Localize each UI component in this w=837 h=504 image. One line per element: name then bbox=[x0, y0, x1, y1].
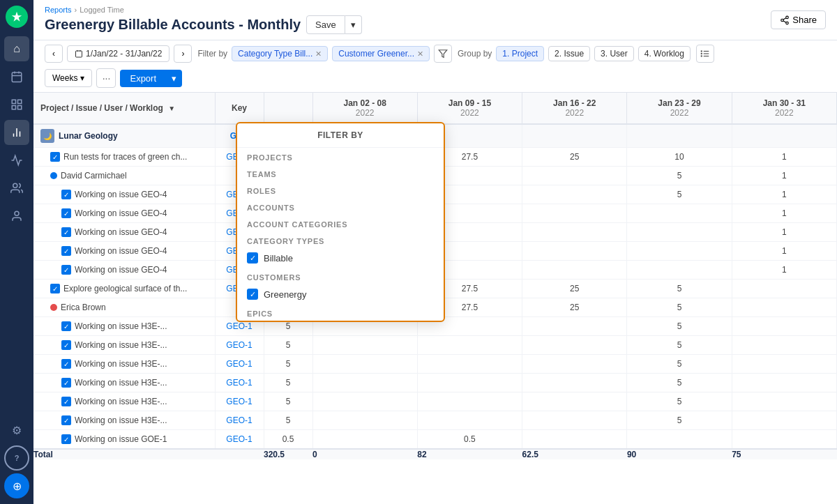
sidebar-item-home[interactable]: ⌂ bbox=[4, 36, 29, 61]
svg-point-13 bbox=[786, 16, 789, 19]
filter-dropdown: FILTER BY PROJECTS TEAMS ROLES ACCOUNTS … bbox=[236, 122, 445, 322]
filter-section-accounts: ACCOUNTS bbox=[237, 198, 444, 215]
group-tag-user[interactable]: 3. User bbox=[594, 46, 634, 61]
sidebar-item-reports[interactable] bbox=[4, 120, 29, 145]
app-logo[interactable] bbox=[6, 6, 28, 28]
svg-point-12 bbox=[15, 211, 19, 215]
total-w4: 90 bbox=[627, 449, 732, 459]
worklog-checkbox[interactable]: ✓ bbox=[61, 359, 71, 369]
group-tag-worklog[interactable]: 4. Worklog bbox=[638, 46, 691, 61]
total-w1: 0 bbox=[312, 449, 417, 459]
save-dropdown-button[interactable]: ▾ bbox=[345, 15, 362, 34]
add-filter-button[interactable] bbox=[434, 45, 452, 63]
worklog-checkbox[interactable]: ✓ bbox=[61, 208, 71, 218]
worklog-checkbox[interactable]: ✓ bbox=[61, 246, 71, 256]
worklog-checkbox[interactable]: ✓ bbox=[61, 265, 71, 275]
breadcrumb-current: Logged Time bbox=[80, 6, 124, 14]
col-header-name-text: Project / Issue / User / Worklog bbox=[40, 103, 163, 113]
export-button[interactable]: Export bbox=[120, 70, 166, 87]
filter-item-greenergy[interactable]: ✓ Greenergy bbox=[237, 284, 444, 304]
project-icon: 🌙 bbox=[40, 129, 54, 143]
worklog-checkbox[interactable]: ✓ bbox=[61, 415, 71, 425]
topbar: Reports › Logged Time Greenergy Billable… bbox=[33, 0, 837, 40]
date-range-text: 1/Jan/22 - 31/Jan/22 bbox=[86, 49, 162, 59]
export-dropdown-button[interactable]: ▾ bbox=[166, 70, 182, 87]
svg-point-26 bbox=[701, 53, 702, 54]
worklog-checkbox[interactable]: ✓ bbox=[61, 227, 71, 237]
filter-section-customers: CUSTOMERS bbox=[237, 268, 444, 284]
worklog-checkbox[interactable]: ✓ bbox=[61, 340, 71, 350]
filter-section-projects: PROJECTS bbox=[237, 148, 444, 165]
filter-checkbox-billable: ✓ bbox=[247, 252, 258, 264]
topbar-right: Share bbox=[771, 10, 826, 29]
filter-item-billable[interactable]: ✓ Billable bbox=[237, 248, 444, 268]
sort-icon[interactable]: ▼ bbox=[168, 105, 175, 112]
col-header-week3: Jan 16 - 222022 bbox=[522, 93, 627, 124]
svg-rect-5 bbox=[18, 100, 22, 103]
weeks-selector[interactable]: Weeks ▾ bbox=[45, 69, 92, 87]
total-w3: 62.5 bbox=[522, 449, 627, 459]
worklog-checkbox[interactable]: ✓ bbox=[61, 434, 71, 444]
filter-tag-customer[interactable]: Customer Greener... ✕ bbox=[332, 46, 430, 61]
svg-rect-0 bbox=[12, 72, 22, 82]
worklog-checkbox[interactable]: ✓ bbox=[61, 321, 71, 331]
task-checkbox[interactable]: ✓ bbox=[50, 284, 60, 293]
table-row: ✓ Working on issue H3E-... GEO-1 5 5 bbox=[33, 411, 837, 430]
date-nav-section: ‹ 1/Jan/22 - 31/Jan/22 › bbox=[45, 45, 192, 63]
group-by-section: Group by 1. Project 2. Issue 3. User 4. … bbox=[458, 46, 691, 61]
filter-label: Filter by bbox=[197, 49, 227, 59]
svg-point-14 bbox=[781, 19, 784, 22]
group-tag-issue[interactable]: 2. Issue bbox=[548, 46, 590, 61]
svg-rect-6 bbox=[12, 106, 15, 109]
page-title-text: Greenergy Billable Accounts - Monthly bbox=[45, 17, 301, 33]
table-row: ✓ Working on issue H3E-... GEO-1 5 5 bbox=[33, 392, 837, 411]
sidebar-item-help[interactable]: ? bbox=[4, 445, 29, 471]
col-header-week5: Jan 30 - 312022 bbox=[732, 93, 836, 124]
breadcrumb-reports-link[interactable]: Reports bbox=[45, 6, 72, 14]
worklog-checkbox[interactable]: ✓ bbox=[61, 378, 71, 388]
worklog-checkbox[interactable]: ✓ bbox=[61, 190, 71, 199]
export-button-group: Export ▾ bbox=[120, 70, 182, 87]
save-button[interactable]: Save bbox=[306, 15, 345, 34]
page-title-area: Greenergy Billable Accounts - Monthly Sa… bbox=[45, 15, 362, 34]
svg-marker-21 bbox=[439, 50, 447, 58]
filter-tag-category-text: Category Type Bill... bbox=[238, 49, 312, 59]
weeks-dropdown-icon: ▾ bbox=[80, 73, 84, 83]
sidebar-item-board[interactable] bbox=[4, 92, 29, 117]
sidebar-item-profile[interactable] bbox=[4, 204, 29, 229]
sidebar-item-settings[interactable]: ⚙ bbox=[4, 418, 29, 443]
total-grand: 320.5 bbox=[264, 449, 312, 459]
sidebar-item-search[interactable]: ⊕ bbox=[4, 473, 29, 498]
next-date-button[interactable]: › bbox=[174, 45, 192, 63]
share-button[interactable]: Share bbox=[771, 10, 826, 29]
filter-tag-category[interactable]: Category Type Bill... ✕ bbox=[232, 46, 328, 61]
sidebar-item-calendar[interactable] bbox=[4, 64, 29, 89]
user-avatar bbox=[50, 304, 57, 311]
row-user-w4: 5 bbox=[627, 167, 732, 185]
table-wrapper: FILTER BY PROJECTS TEAMS ROLES ACCOUNTS … bbox=[33, 93, 837, 504]
main-content: Reports › Logged Time Greenergy Billable… bbox=[33, 0, 837, 504]
filter-tag-customer-remove[interactable]: ✕ bbox=[417, 49, 423, 59]
filter-checkbox-greenergy: ✓ bbox=[247, 289, 258, 300]
svg-rect-18 bbox=[76, 51, 82, 57]
topbar-left: Reports › Logged Time Greenergy Billable… bbox=[45, 6, 362, 34]
date-range-picker[interactable]: 1/Jan/22 - 31/Jan/22 bbox=[67, 45, 169, 62]
more-options-button[interactable]: ··· bbox=[96, 68, 116, 88]
breadcrumb: Reports › Logged Time bbox=[45, 6, 362, 14]
col-header-name: Project / Issue / User / Worklog ▼ bbox=[33, 93, 215, 124]
sidebar-item-team[interactable] bbox=[4, 176, 29, 201]
filter-tag-category-remove[interactable]: ✕ bbox=[315, 49, 322, 59]
row-project-w3 bbox=[522, 124, 627, 148]
filter-dropdown-title: FILTER BY bbox=[237, 123, 444, 148]
col-header-week1: Jan 02 - 082022 bbox=[312, 93, 417, 124]
row-user-w5: 1 bbox=[732, 167, 836, 185]
worklog-checkbox[interactable]: ✓ bbox=[61, 397, 71, 406]
prev-date-button[interactable]: ‹ bbox=[45, 45, 63, 63]
layout-button[interactable] bbox=[696, 45, 714, 63]
filter-section-teams: TEAMS bbox=[237, 165, 444, 181]
task-checkbox[interactable]: ✓ bbox=[50, 152, 60, 162]
group-tag-project[interactable]: 1. Project bbox=[496, 46, 544, 61]
table-row: ✓ Working on issue H3E-... GEO-1 5 5 bbox=[33, 336, 837, 355]
row-task-w3: 25 bbox=[522, 148, 627, 167]
sidebar-item-pulse[interactable] bbox=[4, 148, 29, 173]
